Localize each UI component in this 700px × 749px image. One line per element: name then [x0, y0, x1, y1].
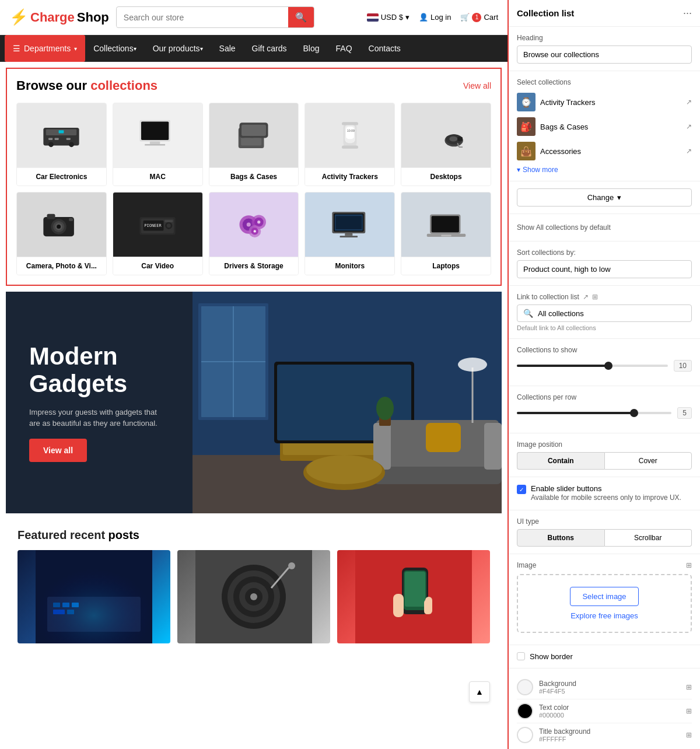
login-button[interactable]: 👤 Log in	[419, 13, 451, 22]
collection-name: Car Electronics	[17, 167, 106, 186]
change-button[interactable]: Change ▾	[517, 188, 692, 206]
select-image-button[interactable]: Select image	[570, 587, 638, 606]
nav-blog[interactable]: Blog	[295, 35, 328, 62]
svg-rect-3	[55, 138, 59, 140]
collection-thumb-activity: ⌚	[517, 93, 536, 111]
edit-icon[interactable]: ↗	[686, 123, 692, 131]
collection-list-name: Bags & Cases	[540, 123, 681, 131]
text-color-swatch[interactable]	[517, 703, 533, 719]
heading-input[interactable]	[517, 46, 692, 64]
svg-point-42	[167, 223, 171, 228]
image-upload-area: Select image Explore free images	[517, 574, 692, 633]
ui-type-buttons: Buttons Scrollbar	[517, 529, 692, 547]
svg-rect-10	[150, 142, 160, 144]
post-image	[337, 550, 490, 643]
copy-icon: ⊞	[592, 293, 598, 301]
svg-rect-92	[36, 550, 152, 643]
svg-point-49	[257, 220, 260, 223]
range-slider[interactable]	[517, 412, 671, 414]
select-collections-label: Select collections	[517, 78, 692, 86]
post-item[interactable]	[337, 550, 490, 643]
cover-button[interactable]: Cover	[604, 452, 692, 470]
svg-point-52	[254, 230, 256, 232]
collection-image	[113, 103, 202, 167]
nav-faq-label: FAQ	[336, 44, 352, 53]
svg-rect-35	[47, 214, 55, 219]
collection-item[interactable]: Car Electronics	[16, 103, 107, 186]
show-border-checkbox[interactable]	[517, 652, 525, 660]
nav-faq[interactable]: FAQ	[328, 35, 360, 62]
slider-checkbox-row: Enable slider buttons Available for mobi…	[517, 484, 692, 503]
copy-icon[interactable]: ⊞	[686, 683, 692, 691]
nav-contacts[interactable]: Contacts	[360, 35, 409, 62]
hero-image	[192, 292, 502, 513]
scrollbar-ui-button[interactable]: Scrollbar	[605, 529, 692, 547]
slider-label: Enable slider buttons	[531, 484, 681, 493]
post-item[interactable]	[18, 550, 170, 643]
edit-icon[interactable]: ↗	[686, 147, 692, 155]
currency-selector[interactable]: USD $ ▾	[367, 13, 410, 22]
collection-name: Camera, Photo & Vi...	[17, 257, 106, 275]
sort-label: Sort collections by:	[517, 249, 692, 257]
nav-blog-label: Blog	[303, 44, 320, 53]
range-slider[interactable]	[517, 365, 668, 367]
contain-button[interactable]: Contain	[517, 452, 604, 470]
collection-item[interactable]: Laptops	[401, 192, 491, 275]
logo-slash: ⚡	[9, 8, 28, 26]
background-color-swatch[interactable]	[517, 679, 533, 695]
nav-gift-cards[interactable]: Gift cards	[244, 35, 295, 62]
copy-icon[interactable]: ⊞	[686, 731, 692, 739]
explore-images-link[interactable]: Explore free images	[570, 611, 638, 620]
cart-button[interactable]: 🛒 1 Cart	[460, 13, 498, 22]
svg-rect-27	[457, 137, 463, 141]
nav-departments[interactable]: ☰ Departments ▾	[5, 35, 85, 62]
svg-point-99	[250, 593, 257, 600]
svg-rect-23	[342, 122, 358, 125]
nav-sale[interactable]: Sale	[211, 35, 244, 62]
show-more-link[interactable]: ▾ Show more	[517, 166, 692, 174]
hero-view-all-button[interactable]: View all	[29, 439, 87, 462]
image-label-text: Image	[517, 561, 536, 569]
title-bg-color-swatch[interactable]	[517, 727, 533, 743]
ui-type-label: UI type	[517, 517, 692, 526]
collection-list-name: Accessories	[540, 147, 681, 156]
link-row: 🔍 All collections	[517, 304, 692, 322]
change-section: Change ▾	[509, 181, 700, 214]
search-button[interactable]: 🔍	[288, 7, 314, 27]
collection-item[interactable]: PIONEER Car Video	[113, 192, 203, 275]
hero-content: Modern Gadgets Impress your guests with …	[6, 292, 192, 513]
nav-products-label: Our products	[153, 44, 200, 53]
collection-item[interactable]: Camera, Photo & Vi...	[16, 192, 107, 275]
svg-point-6	[69, 142, 75, 147]
nav-collections[interactable]: Collections ▾	[85, 35, 144, 62]
post-item[interactable]	[177, 550, 330, 643]
view-all-link[interactable]: View all	[463, 81, 491, 90]
range-row: 10	[517, 360, 692, 372]
svg-point-84	[376, 397, 394, 420]
collection-item[interactable]: 10:09 Activity Trackers	[304, 103, 395, 186]
collection-item[interactable]: ● Monitors	[304, 192, 395, 275]
collection-item[interactable]: Drivers & Storage	[209, 192, 299, 275]
currency-label: USD $	[381, 13, 403, 22]
collection-item[interactable]: Bags & Cases	[209, 103, 299, 186]
buttons-ui-button[interactable]: Buttons	[517, 529, 605, 547]
search-input[interactable]	[117, 8, 288, 27]
nav-products[interactable]: Our products ▾	[145, 35, 211, 62]
link-section: Link to collection list ↗ ⊞ 🔍 All collec…	[509, 286, 700, 339]
title-bg-value: #FFFFFF	[539, 736, 680, 743]
collection-name: Bags & Cases	[209, 167, 299, 186]
collection-item[interactable]: Desktops	[401, 103, 491, 186]
svg-rect-59	[335, 216, 362, 229]
collection-item[interactable]: MAC	[113, 103, 203, 186]
bg-color-label: Background	[539, 680, 680, 688]
svg-rect-56	[345, 233, 352, 236]
slider-checkbox[interactable]	[517, 485, 526, 494]
panel-more-button[interactable]: ···	[683, 7, 692, 19]
slider-info: Enable slider buttons Available for mobi…	[531, 484, 681, 503]
edit-icon[interactable]: ↗	[686, 98, 692, 106]
svg-point-26	[449, 136, 457, 142]
chevron-down-icon: ▾	[200, 46, 203, 52]
site-logo[interactable]: ⚡ ChargeShop	[9, 8, 109, 26]
sort-select[interactable]: Product count, high to low Product count…	[517, 260, 692, 278]
copy-icon[interactable]: ⊞	[686, 707, 692, 715]
